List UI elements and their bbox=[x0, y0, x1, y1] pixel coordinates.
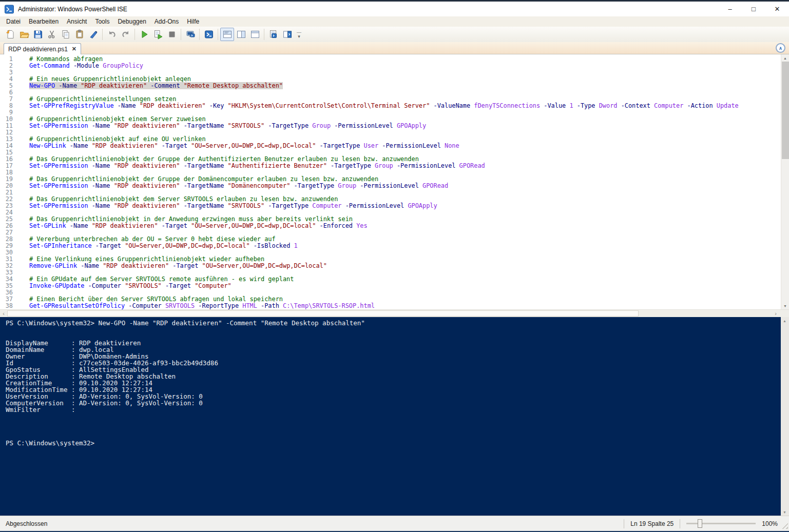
line-number: 2 bbox=[0, 63, 15, 69]
menu-hilfe[interactable]: Hilfe bbox=[183, 17, 203, 26]
tab-close-icon[interactable]: ✕ bbox=[72, 46, 76, 52]
line-number: 1 bbox=[0, 56, 15, 63]
cut-icon[interactable] bbox=[45, 28, 59, 41]
resize-grip-icon[interactable] bbox=[781, 522, 788, 529]
stop-icon[interactable] bbox=[165, 28, 179, 41]
code-line[interactable]: New-GPO -Name "RDP deaktivieren" -Commen… bbox=[29, 83, 789, 89]
scroll-left-icon[interactable]: ‹ bbox=[0, 310, 7, 317]
code-line[interactable]: Set-GPPrefRegistryValue -Name "RDP deakt… bbox=[29, 103, 789, 109]
zoom-slider[interactable] bbox=[686, 523, 756, 524]
toolbar-separator bbox=[102, 29, 103, 40]
line-number: 3 bbox=[0, 69, 15, 76]
menubar: Datei Bearbeiten Ansicht Tools Debuggen … bbox=[0, 16, 789, 27]
layout-script-right-icon[interactable] bbox=[234, 28, 248, 41]
close-button[interactable]: ✕ bbox=[765, 2, 789, 16]
status-separator bbox=[680, 519, 680, 528]
open-script-icon[interactable] bbox=[17, 28, 31, 41]
scroll-up-icon[interactable]: ▲ bbox=[781, 317, 788, 324]
menu-bearbeiten[interactable]: Bearbeiten bbox=[25, 17, 63, 26]
scroll-up-icon[interactable]: ▲ bbox=[781, 54, 789, 62]
maximize-button[interactable]: □ bbox=[742, 2, 765, 16]
zoom-slider-thumb[interactable] bbox=[698, 519, 702, 528]
collapse-script-pane-button[interactable]: ∧ bbox=[776, 43, 785, 53]
line-number: 5 bbox=[0, 83, 15, 89]
menu-addons[interactable]: Add-Ons bbox=[150, 17, 183, 26]
code-line[interactable]: Set-GPPermission -Name "RDP deaktivieren… bbox=[29, 183, 789, 189]
toolbar-separator bbox=[134, 29, 135, 40]
window-controls: – □ ✕ bbox=[718, 2, 789, 16]
script-editor-pane[interactable]: 1234567891011121314151617181920212223242… bbox=[0, 54, 789, 309]
save-icon[interactable] bbox=[31, 28, 45, 41]
run-selection-icon[interactable] bbox=[151, 28, 165, 41]
code-line[interactable]: New-GPLink -Name "RDP deaktivieren" -Tar… bbox=[29, 143, 789, 149]
powershell-app-icon bbox=[5, 5, 14, 14]
layout-script-maximized-icon[interactable] bbox=[248, 28, 262, 41]
menu-ansicht[interactable]: Ansicht bbox=[63, 17, 91, 26]
selected-text[interactable]: New-GPO -Name "RDP deaktivieren" -Commen… bbox=[29, 82, 283, 89]
line-column-indicator: Ln 19 Spalte 25 bbox=[630, 520, 673, 527]
console-pane[interactable]: PS C:\Windows\system32> New-GPO -Name "R… bbox=[0, 317, 789, 516]
toolbar-overflow-icon[interactable]: —▾ bbox=[297, 30, 301, 38]
code-line[interactable]: Get-GPResultantSetOfPolicy -Computer SRV… bbox=[29, 303, 789, 309]
scroll-down-icon[interactable]: ▼ bbox=[781, 302, 789, 309]
paste-icon[interactable] bbox=[72, 28, 86, 41]
menu-tools[interactable]: Tools bbox=[91, 17, 113, 26]
menu-datei[interactable]: Datei bbox=[2, 17, 25, 26]
line-number: 6 bbox=[0, 89, 15, 96]
line-number: 38 bbox=[0, 303, 15, 309]
undo-icon[interactable] bbox=[105, 28, 119, 41]
zoom-level: 100% bbox=[762, 520, 778, 527]
line-number: 4 bbox=[0, 76, 15, 83]
titlebar: Administrator: Windows PowerShell ISE – … bbox=[0, 2, 789, 16]
toolbar-separator bbox=[181, 29, 181, 40]
toolbar: —▾ bbox=[0, 27, 789, 42]
copy-icon[interactable] bbox=[59, 28, 72, 41]
show-command-window-icon[interactable] bbox=[280, 28, 294, 41]
editor-gutter: 1234567891011121314151617181920212223242… bbox=[0, 54, 15, 309]
editor-vertical-scrollbar[interactable]: ▲ ▼ bbox=[781, 54, 789, 309]
code-line[interactable]: Remove-GPLink -Name "RDP deaktivieren" -… bbox=[29, 263, 789, 269]
new-script-icon[interactable] bbox=[3, 28, 17, 41]
code-line[interactable]: Invoke-GPUpdate -Computer "SRVTOOLS" -Ta… bbox=[29, 283, 789, 289]
editor-vscroll-thumb[interactable] bbox=[782, 62, 789, 159]
code-line[interactable]: # Kommandos abfragen bbox=[29, 56, 789, 63]
editor-hscroll-thumb[interactable] bbox=[7, 310, 639, 317]
code-line[interactable]: Get-Command -Module GroupPolicy bbox=[29, 63, 789, 69]
code-line[interactable]: Set-GPLink -Name "RDP deaktivieren" -Tar… bbox=[29, 223, 789, 229]
clear-console-icon[interactable] bbox=[86, 28, 100, 41]
line-number: 8 bbox=[0, 103, 15, 109]
remote-powershell-tab-icon[interactable] bbox=[183, 28, 197, 41]
toolbar-separator bbox=[264, 29, 264, 40]
line-number: 7 bbox=[0, 96, 15, 103]
layout-script-top-icon[interactable] bbox=[220, 28, 234, 41]
editor-code[interactable]: # Kommandos abfragenGet-Command -Module … bbox=[15, 54, 789, 309]
code-line[interactable]: Set-GPPermission -Name "RDP deaktivieren… bbox=[29, 123, 789, 129]
chevron-up-icon: ∧ bbox=[779, 46, 782, 51]
menu-debuggen[interactable]: Debuggen bbox=[113, 17, 150, 26]
console-vertical-scrollbar[interactable]: ▲ ▼ bbox=[781, 317, 789, 516]
console-text[interactable]: PS C:\Windows\system32> New-GPO -Name "R… bbox=[0, 317, 789, 446]
status-bar: Abgeschlossen Ln 19 Spalte 25 100% bbox=[0, 516, 789, 531]
toolbar-separator bbox=[199, 29, 200, 40]
toolbar-separator bbox=[218, 29, 218, 40]
scroll-down-icon[interactable]: ▼ bbox=[781, 508, 788, 516]
status-separator bbox=[624, 519, 624, 528]
code-line[interactable]: Set-GPPermission -Name "RDP deaktivieren… bbox=[29, 163, 789, 169]
script-tab-label: RDP deaktivieren.ps1 bbox=[8, 46, 68, 53]
scrollbar-corner bbox=[780, 310, 789, 317]
run-script-icon[interactable] bbox=[137, 28, 151, 41]
minimize-button[interactable]: – bbox=[718, 2, 742, 16]
tab-strip: RDP deaktivieren.ps1 ✕ ∧ bbox=[0, 42, 789, 54]
editor-horizontal-scrollbar[interactable]: ‹ › bbox=[0, 309, 789, 317]
redo-icon[interactable] bbox=[119, 28, 132, 41]
code-line[interactable]: Set-GPPermission -Name "RDP deaktivieren… bbox=[29, 203, 789, 209]
code-line[interactable]: Set-GPInheritance -Target "OU=Server,OU=… bbox=[29, 243, 789, 249]
scroll-right-icon[interactable]: › bbox=[772, 310, 779, 317]
status-message: Abgeschlossen bbox=[6, 520, 47, 527]
script-tab[interactable]: RDP deaktivieren.ps1 ✕ bbox=[4, 43, 81, 54]
show-script-pane-icon[interactable] bbox=[266, 28, 280, 41]
status-right-cluster: Ln 19 Spalte 25 100% bbox=[624, 519, 778, 528]
start-powershell-icon[interactable] bbox=[202, 28, 216, 41]
window-title: Administrator: Windows PowerShell ISE bbox=[18, 6, 127, 13]
